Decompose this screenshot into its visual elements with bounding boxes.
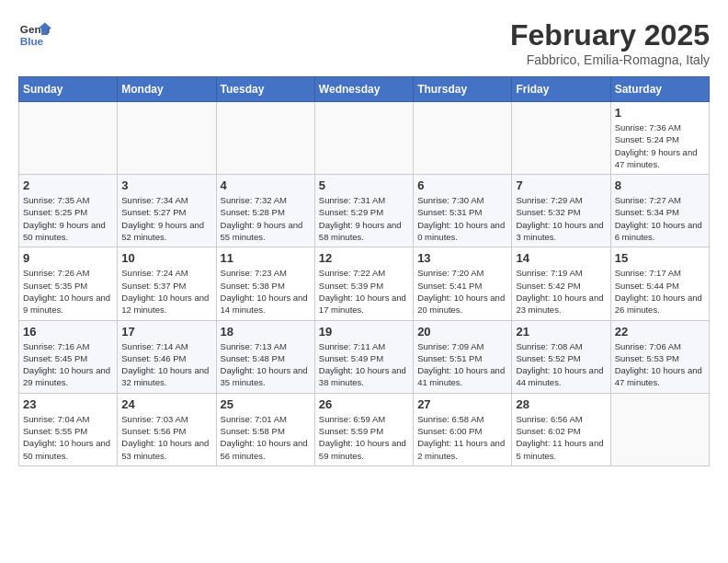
day-info: Sunrise: 7:30 AM Sunset: 5:31 PM Dayligh… — [417, 194, 507, 243]
day-number: 12 — [319, 251, 409, 265]
calendar-cell: 22Sunrise: 7:06 AM Sunset: 5:53 PM Dayli… — [610, 320, 709, 393]
day-info: Sunrise: 7:03 AM Sunset: 5:56 PM Dayligh… — [121, 413, 211, 462]
day-number: 7 — [516, 178, 606, 192]
calendar-table: SundayMondayTuesdayWednesdayThursdayFrid… — [18, 76, 710, 466]
calendar-cell: 26Sunrise: 6:59 AM Sunset: 5:59 PM Dayli… — [314, 393, 413, 465]
day-number: 1 — [615, 106, 705, 120]
calendar-cell — [118, 102, 216, 175]
weekday-header-monday: Monday — [118, 77, 216, 102]
day-info: Sunrise: 7:08 AM Sunset: 5:52 PM Dayligh… — [516, 340, 606, 389]
calendar-cell: 17Sunrise: 7:14 AM Sunset: 5:46 PM Dayli… — [118, 320, 216, 393]
calendar-cell: 21Sunrise: 7:08 AM Sunset: 5:52 PM Dayli… — [512, 320, 610, 393]
calendar-cell: 4Sunrise: 7:32 AM Sunset: 5:28 PM Daylig… — [216, 175, 314, 247]
calendar-cell: 3Sunrise: 7:34 AM Sunset: 5:27 PM Daylig… — [118, 175, 216, 247]
day-number: 27 — [417, 397, 507, 411]
day-number: 22 — [615, 325, 705, 339]
calendar-cell: 15Sunrise: 7:17 AM Sunset: 5:44 PM Dayli… — [610, 247, 709, 320]
calendar-cell: 11Sunrise: 7:23 AM Sunset: 5:38 PM Dayli… — [216, 247, 314, 320]
calendar-week-row: 23Sunrise: 7:04 AM Sunset: 5:55 PM Dayli… — [19, 393, 710, 465]
day-number: 25 — [221, 397, 311, 411]
calendar-week-row: 16Sunrise: 7:16 AM Sunset: 5:45 PM Dayli… — [19, 320, 710, 393]
calendar-cell: 12Sunrise: 7:22 AM Sunset: 5:39 PM Dayli… — [314, 247, 413, 320]
calendar-cell: 1Sunrise: 7:36 AM Sunset: 5:24 PM Daylig… — [610, 102, 709, 175]
day-number: 20 — [417, 325, 507, 339]
day-number: 3 — [121, 178, 211, 192]
calendar-cell: 10Sunrise: 7:24 AM Sunset: 5:37 PM Dayli… — [118, 247, 216, 320]
day-number: 19 — [319, 325, 409, 339]
day-number: 2 — [23, 178, 113, 192]
calendar-cell: 9Sunrise: 7:26 AM Sunset: 5:35 PM Daylig… — [19, 247, 118, 320]
day-number: 26 — [319, 397, 409, 411]
day-info: Sunrise: 7:36 AM Sunset: 5:24 PM Dayligh… — [615, 121, 705, 170]
day-number: 4 — [221, 178, 311, 192]
day-info: Sunrise: 7:17 AM Sunset: 5:44 PM Dayligh… — [615, 267, 705, 316]
day-number: 8 — [615, 178, 705, 192]
logo-icon: General Blue — [18, 18, 51, 52]
calendar-cell: 7Sunrise: 7:29 AM Sunset: 5:32 PM Daylig… — [512, 175, 610, 247]
calendar-cell — [19, 102, 118, 175]
calendar-cell — [414, 102, 512, 175]
calendar-cell: 5Sunrise: 7:31 AM Sunset: 5:29 PM Daylig… — [314, 175, 413, 247]
day-info: Sunrise: 7:26 AM Sunset: 5:35 PM Dayligh… — [23, 267, 113, 316]
day-info: Sunrise: 7:31 AM Sunset: 5:29 PM Dayligh… — [319, 194, 409, 243]
page-header: General Blue February 2025 Fabbrico, Emi… — [18, 18, 710, 67]
day-info: Sunrise: 7:11 AM Sunset: 5:49 PM Dayligh… — [319, 340, 409, 389]
title-block: February 2025 Fabbrico, Emilia-Romagna, … — [510, 18, 710, 67]
calendar-cell — [512, 102, 610, 175]
calendar-week-row: 2Sunrise: 7:35 AM Sunset: 5:25 PM Daylig… — [19, 175, 710, 247]
svg-text:Blue: Blue — [20, 35, 44, 47]
day-info: Sunrise: 7:29 AM Sunset: 5:32 PM Dayligh… — [516, 194, 606, 243]
calendar-cell — [216, 102, 314, 175]
location-subtitle: Fabbrico, Emilia-Romagna, Italy — [510, 52, 710, 67]
day-number: 16 — [23, 325, 113, 339]
day-info: Sunrise: 7:22 AM Sunset: 5:39 PM Dayligh… — [319, 267, 409, 316]
day-number: 13 — [417, 251, 507, 265]
calendar-header-row: SundayMondayTuesdayWednesdayThursdayFrid… — [19, 77, 710, 102]
calendar-cell: 24Sunrise: 7:03 AM Sunset: 5:56 PM Dayli… — [118, 393, 216, 465]
day-number: 18 — [221, 325, 311, 339]
day-info: Sunrise: 7:14 AM Sunset: 5:46 PM Dayligh… — [121, 340, 211, 389]
calendar-cell: 27Sunrise: 6:58 AM Sunset: 6:00 PM Dayli… — [414, 393, 512, 465]
day-info: Sunrise: 7:04 AM Sunset: 5:55 PM Dayligh… — [23, 413, 113, 462]
day-number: 5 — [319, 178, 409, 192]
day-number: 21 — [516, 325, 606, 339]
weekday-header-saturday: Saturday — [610, 77, 709, 102]
day-number: 14 — [516, 251, 606, 265]
day-number: 23 — [23, 397, 113, 411]
day-number: 11 — [221, 251, 311, 265]
calendar-cell: 13Sunrise: 7:20 AM Sunset: 5:41 PM Dayli… — [414, 247, 512, 320]
day-info: Sunrise: 7:32 AM Sunset: 5:28 PM Dayligh… — [221, 194, 311, 243]
weekday-header-sunday: Sunday — [19, 77, 118, 102]
logo: General Blue — [18, 18, 51, 52]
day-number: 9 — [23, 251, 113, 265]
day-info: Sunrise: 7:23 AM Sunset: 5:38 PM Dayligh… — [221, 267, 311, 316]
day-info: Sunrise: 7:20 AM Sunset: 5:41 PM Dayligh… — [417, 267, 507, 316]
calendar-cell: 28Sunrise: 6:56 AM Sunset: 6:02 PM Dayli… — [512, 393, 610, 465]
calendar-cell: 20Sunrise: 7:09 AM Sunset: 5:51 PM Dayli… — [414, 320, 512, 393]
day-info: Sunrise: 7:16 AM Sunset: 5:45 PM Dayligh… — [23, 340, 113, 389]
day-number: 28 — [516, 397, 606, 411]
calendar-cell — [610, 393, 709, 465]
day-info: Sunrise: 6:56 AM Sunset: 6:02 PM Dayligh… — [516, 413, 606, 462]
weekday-header-tuesday: Tuesday — [216, 77, 314, 102]
calendar-cell: 23Sunrise: 7:04 AM Sunset: 5:55 PM Dayli… — [19, 393, 118, 465]
day-number: 17 — [121, 325, 211, 339]
day-info: Sunrise: 6:59 AM Sunset: 5:59 PM Dayligh… — [319, 413, 409, 462]
day-info: Sunrise: 7:34 AM Sunset: 5:27 PM Dayligh… — [121, 194, 211, 243]
day-info: Sunrise: 7:13 AM Sunset: 5:48 PM Dayligh… — [221, 340, 311, 389]
calendar-week-row: 1Sunrise: 7:36 AM Sunset: 5:24 PM Daylig… — [19, 102, 710, 175]
calendar-cell: 2Sunrise: 7:35 AM Sunset: 5:25 PM Daylig… — [19, 175, 118, 247]
weekday-header-friday: Friday — [512, 77, 610, 102]
calendar-cell: 18Sunrise: 7:13 AM Sunset: 5:48 PM Dayli… — [216, 320, 314, 393]
day-number: 10 — [121, 251, 211, 265]
month-year-title: February 2025 — [510, 18, 710, 52]
day-info: Sunrise: 7:27 AM Sunset: 5:34 PM Dayligh… — [615, 194, 705, 243]
calendar-cell: 6Sunrise: 7:30 AM Sunset: 5:31 PM Daylig… — [414, 175, 512, 247]
day-info: Sunrise: 7:01 AM Sunset: 5:58 PM Dayligh… — [221, 413, 311, 462]
day-info: Sunrise: 7:09 AM Sunset: 5:51 PM Dayligh… — [417, 340, 507, 389]
calendar-cell: 8Sunrise: 7:27 AM Sunset: 5:34 PM Daylig… — [610, 175, 709, 247]
calendar-week-row: 9Sunrise: 7:26 AM Sunset: 5:35 PM Daylig… — [19, 247, 710, 320]
calendar-cell: 14Sunrise: 7:19 AM Sunset: 5:42 PM Dayli… — [512, 247, 610, 320]
calendar-cell: 19Sunrise: 7:11 AM Sunset: 5:49 PM Dayli… — [314, 320, 413, 393]
day-info: Sunrise: 7:35 AM Sunset: 5:25 PM Dayligh… — [23, 194, 113, 243]
